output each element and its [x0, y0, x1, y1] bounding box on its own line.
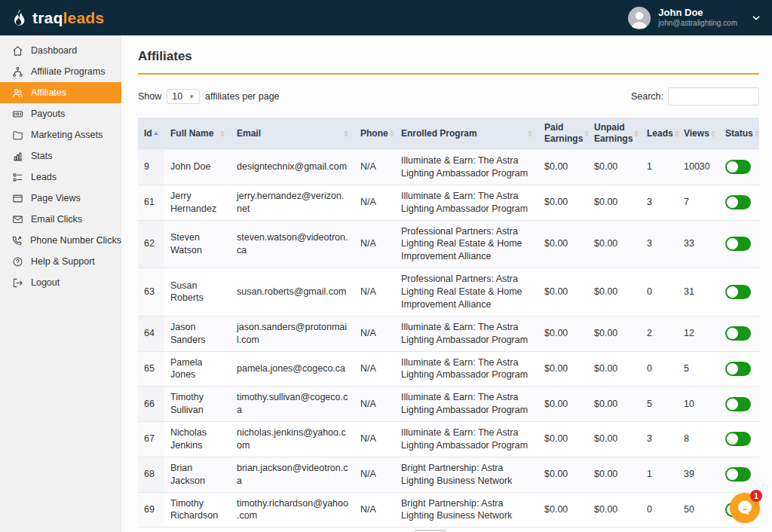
sidebar: DashboardAffiliate ProgramsAffiliatesPay…	[0, 35, 121, 532]
cell-unpaid: $0.00	[588, 316, 641, 351]
column-header-id[interactable]: Id	[138, 118, 164, 150]
user-menu[interactable]: John Doe john@astralighting.com	[628, 7, 761, 29]
cell-paid: $0.00	[538, 492, 588, 527]
cell-program: Illuminate & Earn: The Astra Lighting Am…	[395, 150, 538, 185]
column-header-unpaid-earnings[interactable]: Unpaid Earnings	[588, 118, 641, 150]
cell-program: Illuminate & Earn: The Astra Lighting Am…	[395, 422, 538, 457]
cell-views: 50	[678, 492, 719, 527]
status-toggle[interactable]	[725, 432, 751, 446]
sidebar-item-page-views[interactable]: Page Views	[0, 188, 121, 209]
sort-icon	[528, 130, 532, 137]
cell-email[interactable]: timothy.richardson@yahoo.com	[231, 492, 354, 527]
cell-paid: $0.00	[538, 457, 588, 492]
column-label: Paid Earnings	[544, 122, 583, 145]
column-header-phone[interactable]: Phone	[354, 118, 395, 150]
status-toggle[interactable]	[725, 195, 751, 209]
column-header-status[interactable]: Status	[719, 118, 759, 150]
cell-status	[719, 422, 759, 457]
cell-program: Illuminate & Earn: The Astra Lighting Am…	[395, 351, 538, 387]
status-toggle[interactable]	[725, 285, 751, 299]
column-label: Full Name	[170, 128, 213, 139]
sidebar-item-dashboard[interactable]: Dashboard	[0, 40, 121, 61]
per-page-suffix: affiliates per page	[205, 91, 279, 102]
table-row: 61Jerry Hernandezjerry.hernandez@verizon…	[138, 185, 759, 220]
sidebar-item-phone-number-clicks[interactable]: Phone Number Clicks	[0, 230, 121, 251]
cell-id: 64	[138, 316, 164, 351]
horizontal-scrollbar[interactable]	[415, 530, 446, 531]
sidebar-item-leads[interactable]: Leads	[0, 167, 121, 188]
cell-email[interactable]: designtechnix@gmail.com	[231, 150, 354, 185]
status-toggle[interactable]	[725, 326, 751, 341]
sidebar-item-payouts[interactable]: Payouts	[0, 103, 121, 124]
main-content: Affiliates Show 10 ▼ affiliates per page…	[121, 35, 772, 532]
status-toggle[interactable]	[725, 362, 751, 376]
status-toggle[interactable]	[725, 467, 751, 482]
cell-phone: N/A	[354, 185, 395, 220]
cell-program: Illuminate & Earn: The Astra Lighting Am…	[395, 387, 538, 422]
column-header-paid-earnings[interactable]: Paid Earnings	[538, 118, 588, 150]
cell-status	[719, 351, 759, 387]
avatar	[628, 7, 651, 29]
cell-id: 69	[138, 492, 164, 527]
toggle-knob	[727, 161, 738, 173]
cell-email[interactable]: jason.sanders@protonmail.com	[231, 316, 354, 351]
sidebar-item-logout[interactable]: Logout	[0, 272, 121, 293]
status-toggle[interactable]	[725, 397, 751, 411]
column-header-enrolled-program[interactable]: Enrolled Program	[395, 118, 538, 150]
cell-email[interactable]: susan.roberts@gmail.com	[231, 268, 354, 316]
cell-email[interactable]: jerry.hernandez@verizon.net	[231, 185, 354, 220]
status-toggle[interactable]	[725, 237, 751, 251]
cell-email[interactable]: steven.watson@videotron.ca	[231, 220, 354, 268]
table-row: 62Steven Watsonsteven.watson@videotron.c…	[138, 220, 759, 268]
topbar: traqleads John Doe john@astralighting.co…	[0, 0, 772, 35]
folder-icon	[11, 129, 23, 141]
sidebar-item-help-and-support[interactable]: Help & Support	[0, 251, 121, 272]
column-header-leads[interactable]: Leads	[641, 118, 678, 150]
sort-asc-icon	[154, 132, 158, 135]
sidebar-item-label: Marketing Assets	[31, 130, 103, 140]
help-circle-icon	[11, 255, 23, 268]
column-label: Status	[725, 128, 753, 139]
people-icon	[11, 87, 23, 99]
column-header-full-name[interactable]: Full Name	[164, 118, 231, 150]
per-page-select[interactable]: 10 ▼	[167, 89, 200, 104]
sidebar-item-affiliates[interactable]: Affiliates	[0, 82, 121, 103]
column-header-views[interactable]: Views	[678, 118, 719, 150]
cell-email[interactable]: pamela.jones@cogeco.ca	[231, 351, 354, 387]
sidebar-item-label: Email Clicks	[31, 214, 82, 225]
cell-program: Bright Partnership: Astra Lighting Busin…	[395, 457, 538, 492]
cell-id: 66	[138, 387, 164, 422]
per-page-value: 10	[172, 91, 182, 102]
phone-click-icon	[11, 234, 23, 246]
sidebar-item-stats[interactable]: Stats	[0, 145, 121, 167]
checklist-icon	[11, 171, 23, 183]
chat-launcher-button[interactable]: 1	[730, 493, 760, 523]
cell-status	[719, 220, 759, 268]
cell-views: 7	[678, 185, 719, 220]
banknote-icon	[11, 108, 23, 120]
column-label: Leads	[647, 128, 673, 139]
cell-views: 10030	[678, 150, 719, 185]
user-email: john@astralighting.com	[658, 19, 737, 29]
cell-leads: 0	[641, 492, 678, 527]
column-header-email[interactable]: Email	[231, 118, 354, 150]
status-toggle[interactable]	[725, 160, 751, 174]
cell-unpaid: $0.00	[588, 457, 641, 492]
sidebar-item-affiliate-programs[interactable]: Affiliate Programs	[0, 61, 121, 82]
cell-leads: 1	[641, 150, 678, 185]
cell-id: 62	[138, 220, 164, 268]
cell-phone: N/A	[354, 316, 395, 351]
cell-paid: $0.00	[538, 185, 588, 220]
brand-logo[interactable]: traqleads	[9, 8, 104, 28]
sidebar-item-email-clicks[interactable]: Email Clicks	[0, 209, 121, 230]
table-row: 68Brian Jacksonbrian.jackson@videotron.c…	[138, 457, 759, 492]
cell-email[interactable]: brian.jackson@videotron.ca	[231, 457, 354, 492]
toggle-knob	[727, 399, 738, 410]
sidebar-item-marketing-assets[interactable]: Marketing Assets	[0, 124, 121, 145]
cell-email[interactable]: timothy.sullivan@cogeco.ca	[231, 387, 354, 422]
cell-unpaid: $0.00	[588, 492, 641, 527]
cell-leads: 2	[641, 316, 678, 351]
cell-paid: $0.00	[538, 268, 588, 316]
cell-email[interactable]: nicholas.jenkins@yahoo.com	[231, 422, 354, 457]
search-input[interactable]	[668, 87, 759, 105]
